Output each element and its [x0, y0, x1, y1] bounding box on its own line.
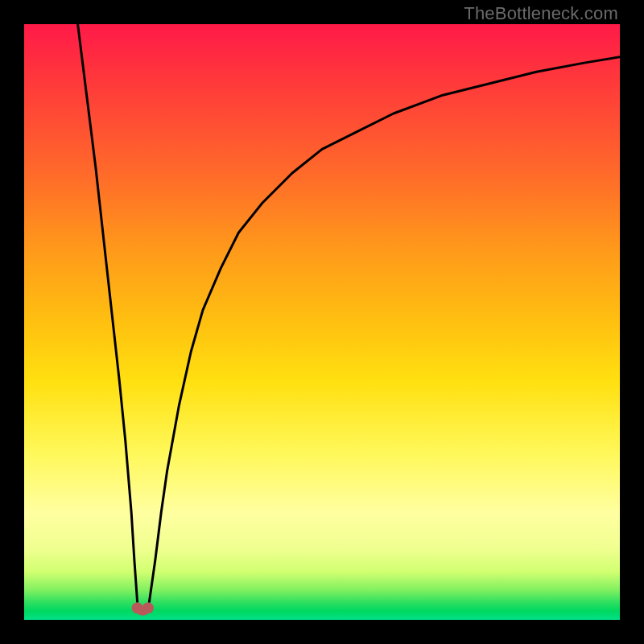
- series-right-branch: [149, 57, 620, 602]
- chart-frame: TheBottleneck.com: [0, 0, 644, 644]
- min-markers: [132, 602, 154, 613]
- series-left-branch: [78, 24, 138, 602]
- plot-area: [24, 24, 620, 620]
- bottleneck-curve: [78, 24, 620, 602]
- marker-min-right: [142, 602, 154, 613]
- curve-layer: [24, 24, 620, 620]
- marker-min-left: [132, 602, 143, 613]
- watermark-text: TheBottleneck.com: [464, 3, 618, 24]
